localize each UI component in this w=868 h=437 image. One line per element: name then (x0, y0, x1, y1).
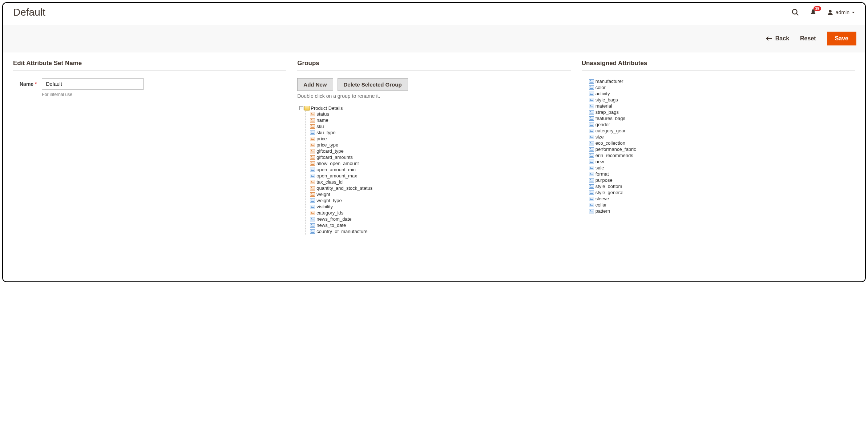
tree-attribute-item[interactable]: giftcard_type (310, 148, 570, 154)
unassigned-attribute-item[interactable]: gender (589, 121, 855, 128)
tree-attribute-item[interactable]: open_amount_min (310, 167, 570, 173)
unassigned-attribute-item[interactable]: format (589, 171, 855, 177)
attribute-label: status (316, 111, 329, 117)
add-new-button[interactable]: Add New (297, 78, 333, 91)
attribute-icon (310, 124, 315, 129)
unassigned-attribute-item[interactable]: features_bags (589, 115, 855, 121)
unassigned-attribute-item[interactable]: activity (589, 91, 855, 97)
attribute-label: tax_class_id (316, 179, 343, 185)
attribute-icon (310, 174, 315, 178)
attribute-icon (589, 135, 594, 139)
attribute-label: giftcard_type (316, 148, 343, 154)
tree-attribute-item[interactable]: news_from_date (310, 216, 570, 222)
tree-attribute-item[interactable]: visibility (310, 204, 570, 210)
attribute-icon (589, 197, 594, 201)
save-button[interactable]: Save (827, 32, 856, 45)
attribute-icon (589, 166, 594, 170)
tree-attribute-item[interactable]: sku_type (310, 129, 570, 136)
reset-button[interactable]: Reset (800, 35, 816, 42)
user-menu[interactable]: admin (827, 9, 855, 16)
unassigned-attribute-item[interactable]: eco_collection (589, 140, 855, 146)
tree-attribute-item[interactable]: price_type (310, 142, 570, 148)
unassigned-attribute-item[interactable]: material (589, 103, 855, 109)
attribute-icon (589, 141, 594, 145)
attribute-label: erin_recommends (596, 153, 633, 158)
unassigned-attribute-item[interactable]: new (589, 159, 855, 165)
tree-attribute-item[interactable]: news_to_date (310, 222, 570, 228)
tree-attribute-item[interactable]: giftcard_amounts (310, 154, 570, 160)
tree-attribute-item[interactable]: weight_type (310, 197, 570, 204)
unassigned-attribute-item[interactable]: style_bags (589, 97, 855, 103)
tree-attribute-item[interactable]: tax_class_id (310, 179, 570, 185)
attribute-icon (589, 129, 594, 133)
delete-selected-group-button[interactable]: Delete Selected Group (338, 78, 408, 91)
unassigned-attribute-item[interactable]: style_bottom (589, 183, 855, 189)
attribute-label: news_to_date (316, 222, 346, 228)
unassigned-attribute-item[interactable]: erin_recommends (589, 152, 855, 159)
user-label: admin (836, 9, 849, 15)
attribute-icon (589, 104, 594, 108)
attribute-label: gender (596, 122, 610, 127)
tree-attribute-item[interactable]: quantity_and_stock_status (310, 185, 570, 191)
unassigned-attribute-item[interactable]: performance_fabric (589, 146, 855, 152)
attribute-label: color (596, 85, 606, 90)
notifications-icon[interactable]: 39 (810, 8, 817, 16)
required-marker: * (35, 81, 37, 87)
attribute-label: price (316, 136, 327, 141)
search-icon[interactable] (791, 8, 799, 16)
svg-point-0 (792, 9, 797, 14)
tree-attribute-item[interactable]: category_ids (310, 210, 570, 216)
attribute-label: name (316, 117, 328, 123)
attribute-icon (310, 223, 315, 228)
tree-attribute-item[interactable]: name (310, 117, 570, 123)
svg-line-1 (796, 13, 799, 16)
tree-attribute-item[interactable]: status (310, 111, 570, 117)
unassigned-attribute-item[interactable]: manufacturer (589, 78, 855, 84)
unassigned-attribute-item[interactable]: size (589, 134, 855, 140)
attribute-icon (310, 192, 315, 197)
group-name: Product Details (311, 105, 343, 111)
arrow-left-icon (766, 36, 772, 41)
tree-attribute-item[interactable]: price (310, 136, 570, 142)
attribute-label: sku_type (316, 130, 335, 135)
attribute-icon (310, 168, 315, 172)
attribute-label: performance_fabric (596, 147, 636, 152)
attribute-icon (589, 92, 594, 96)
tree-attribute-item[interactable]: country_of_manufacture (310, 228, 570, 234)
tree-attribute-item[interactable]: open_amount_max (310, 173, 570, 179)
attribute-label: news_from_date (316, 216, 351, 222)
attribute-icon (589, 98, 594, 102)
attribute-icon (589, 178, 594, 183)
attribute-icon (310, 180, 315, 184)
attribute-label: style_bags (596, 97, 618, 103)
attribute-icon (589, 191, 594, 195)
unassigned-attribute-item[interactable]: purpose (589, 177, 855, 183)
unassigned-attribute-item[interactable]: category_gear (589, 128, 855, 134)
tree-attribute-item[interactable]: sku (310, 123, 570, 129)
unassigned-attribute-item[interactable]: strap_bags (589, 109, 855, 115)
collapse-icon[interactable]: − (299, 106, 303, 110)
attribute-label: price_type (316, 142, 338, 148)
unassigned-attribute-item[interactable]: sleeve (589, 196, 855, 202)
attribute-label: collar (596, 202, 607, 208)
back-button[interactable]: Back (766, 35, 789, 42)
attribute-label: purpose (596, 177, 613, 183)
attribute-label: sleeve (596, 196, 609, 201)
attribute-label: size (596, 134, 604, 140)
attribute-icon (589, 172, 594, 176)
user-icon (827, 9, 833, 16)
attribute-icon (310, 137, 315, 141)
unassigned-attribute-item[interactable]: style_general (589, 189, 855, 196)
tree-attribute-item[interactable]: weight (310, 191, 570, 197)
unassigned-attribute-item[interactable]: pattern (589, 208, 855, 214)
attribute-label: format (596, 171, 609, 177)
groups-section-title: Groups (297, 60, 570, 71)
name-input[interactable] (42, 78, 144, 90)
unassigned-attribute-item[interactable]: sale (589, 165, 855, 171)
attribute-icon (310, 112, 315, 116)
unassigned-attribute-item[interactable]: color (589, 84, 855, 91)
unassigned-attribute-item[interactable]: collar (589, 202, 855, 208)
attribute-label: features_bags (596, 116, 625, 121)
tree-group-root[interactable]: − Product Details (299, 105, 570, 111)
tree-attribute-item[interactable]: allow_open_amount (310, 160, 570, 167)
